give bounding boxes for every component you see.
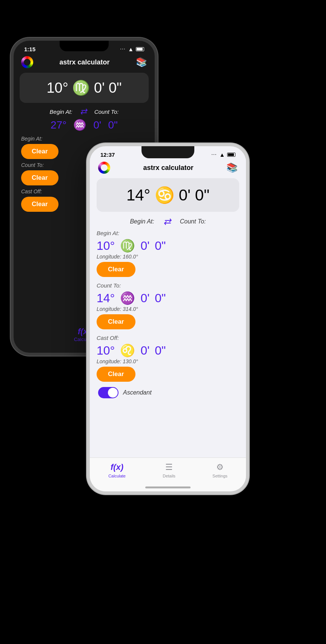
front-count-to-label: Count To: <box>97 282 239 289</box>
back-swap-begin-label: Begin At: <box>50 109 72 115</box>
front-begin-seconds: 0" <box>155 239 166 253</box>
back-swap-row: Begin At: ⇄ Count To: <box>14 107 155 116</box>
settings-tab-label: Settings <box>212 474 228 478</box>
front-cast-longitude: Longitude: 130.0° <box>97 358 239 364</box>
back-library-icon: 📚 <box>136 57 147 67</box>
front-result-value: 14° ♋ 0' 0" <box>126 186 209 204</box>
front-begin-minutes: 0' <box>140 239 149 253</box>
front-ascendant-row: Ascendant <box>97 387 239 398</box>
front-swap-begin-label: Begin At: <box>130 218 154 225</box>
back-values-row: 27° ♒ 0' 0" <box>14 119 155 131</box>
tab-calculate[interactable]: f(x) Calculate <box>108 462 126 478</box>
front-cast-off-label: Cast Off: <box>97 335 239 341</box>
tab-settings[interactable]: ⚙ Settings <box>212 462 228 478</box>
front-notch <box>141 146 194 158</box>
back-swap-icon[interactable]: ⇄ <box>80 107 87 116</box>
front-phone: 12:37 ··· ▲ astrx calculator 📚 14° ♋ 0' … <box>87 143 249 494</box>
front-wifi-icon: ▲ <box>219 151 225 158</box>
front-library-icon: 📚 <box>226 162 238 173</box>
front-begin-degrees: 10° <box>97 239 115 253</box>
front-ascendant-label: Ascendant <box>123 389 152 396</box>
front-swap-row: Begin At: ⇄ Count To: <box>90 216 246 227</box>
back-swap-count-label: Count To: <box>94 109 119 115</box>
front-content: Begin At: 10° ♍ 0' 0" Longitude: 160.0° … <box>90 230 246 398</box>
front-begin-at-values: 10° ♍ 0' 0" <box>97 239 239 253</box>
back-time: 1:15 <box>24 46 35 52</box>
front-section-count-to: Count To: 14° ♒ 0' 0" Longitude: 314.0° … <box>97 282 239 329</box>
front-swap-count-label: Count To: <box>180 218 206 225</box>
front-begin-at-clear-button[interactable]: Clear <box>97 262 135 277</box>
front-cast-degrees: 10° <box>97 344 115 358</box>
front-count-to-clear-button[interactable]: Clear <box>97 314 135 329</box>
back-begin-at-clear-button[interactable]: Clear <box>21 144 58 159</box>
back-result-display: 10° ♍ 0' 0" <box>20 73 149 103</box>
ascendant-toggle[interactable] <box>98 387 118 398</box>
front-swap-icon[interactable]: ⇄ <box>163 216 171 227</box>
front-rainbow-icon <box>98 162 110 174</box>
back-app-title: astrx calculator <box>59 58 109 66</box>
back-count-to-clear-button[interactable]: Clear <box>21 170 58 185</box>
front-time: 12:37 <box>100 151 115 158</box>
tab-details[interactable]: ☰ Details <box>163 462 175 478</box>
home-indicator <box>145 486 191 488</box>
back-val-minutes: 0' <box>93 119 101 131</box>
back-result-value: 10° ♍ 0' 0" <box>46 80 121 96</box>
front-count-sign: ♒ <box>120 291 135 305</box>
front-cast-minutes: 0' <box>140 344 149 358</box>
front-begin-at-label: Begin At: <box>97 230 239 236</box>
back-dots-icon: ··· <box>120 47 126 51</box>
front-section-cast-off: Cast Off: 10° ♌ 0' 0" Longitude: 130.0° … <box>97 335 239 382</box>
front-cast-off-values: 10° ♌ 0' 0" <box>97 343 239 358</box>
front-dots-icon: ··· <box>212 153 217 157</box>
front-count-degrees: 14° <box>97 291 115 305</box>
back-val-sign: ♒ <box>73 119 86 131</box>
front-battery-icon <box>227 153 235 157</box>
back-rainbow-icon <box>21 56 33 68</box>
front-app-header: astrx calculator 📚 <box>90 158 246 176</box>
back-val-seconds: 0" <box>108 119 118 131</box>
front-cast-sign: ♌ <box>120 343 135 358</box>
front-section-begin-at: Begin At: 10° ♍ 0' 0" Longitude: 160.0° … <box>97 230 239 277</box>
front-cast-seconds: 0" <box>155 344 166 358</box>
front-count-longitude: Longitude: 314.0° <box>97 306 239 312</box>
front-count-seconds: 0" <box>155 291 166 305</box>
back-app-header: astrx calculator 📚 <box>14 52 155 70</box>
front-count-minutes: 0' <box>140 291 149 305</box>
calculate-icon: f(x) <box>111 462 123 472</box>
front-result-display: 14° ♋ 0' 0" <box>97 178 239 212</box>
details-icon: ☰ <box>165 462 173 472</box>
back-battery-icon <box>136 47 144 51</box>
back-wifi-icon: ▲ <box>128 46 134 52</box>
settings-icon: ⚙ <box>216 462 224 472</box>
back-begin-at-label: Begin At: <box>21 136 147 142</box>
front-app-title: astrx calculator <box>143 164 193 172</box>
front-cast-off-clear-button[interactable]: Clear <box>97 367 135 382</box>
back-val-degrees: 27° <box>51 119 66 131</box>
front-begin-sign: ♍ <box>120 239 135 253</box>
front-begin-longitude: Longitude: 160.0° <box>97 254 239 260</box>
front-count-to-values: 14° ♒ 0' 0" <box>97 291 239 305</box>
back-notch <box>60 41 109 51</box>
back-cast-off-clear-button[interactable]: Clear <box>21 197 58 212</box>
calculate-tab-label: Calculate <box>108 474 126 478</box>
details-tab-label: Details <box>163 474 175 478</box>
